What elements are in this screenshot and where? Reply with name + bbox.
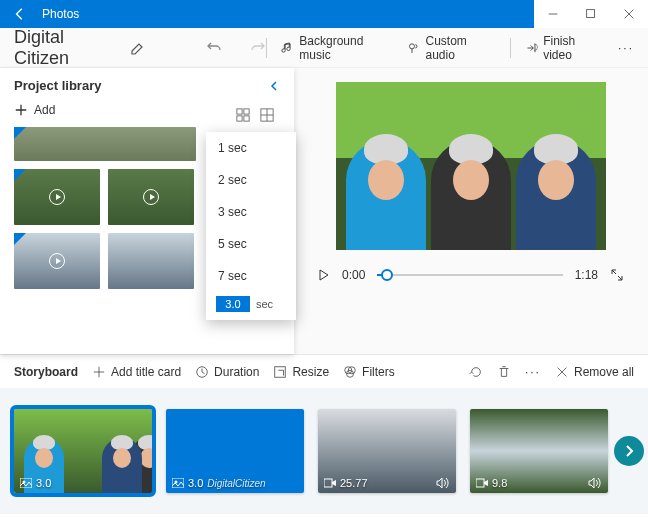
remove-all-button[interactable]: Remove all	[555, 365, 634, 379]
library-item[interactable]	[108, 169, 194, 225]
finish-video-button[interactable]: Finish video	[525, 34, 604, 62]
rename-button[interactable]	[130, 40, 146, 56]
duration-option[interactable]: 1 sec	[206, 132, 296, 164]
maximize-button[interactable]	[572, 0, 610, 28]
collapse-library-button[interactable]	[268, 80, 280, 92]
photo-icon	[20, 478, 32, 488]
clip-duration: 3.0	[188, 477, 203, 489]
duration-unit: sec	[256, 298, 273, 310]
app-title: Photos	[42, 7, 79, 21]
storyboard-toolbar: Storyboard Add title card Duration Resiz…	[0, 354, 648, 388]
current-time: 0:00	[342, 268, 365, 282]
back-button[interactable]	[0, 0, 40, 28]
storyboard-label: Storyboard	[14, 365, 78, 379]
svg-rect-3	[244, 109, 249, 114]
video-canvas[interactable]	[336, 82, 606, 250]
fullscreen-button[interactable]	[610, 268, 624, 282]
video-icon	[324, 478, 336, 488]
clip-duration: 9.8	[492, 477, 507, 489]
duration-custom-input[interactable]	[216, 296, 250, 312]
svg-rect-4	[237, 116, 242, 121]
svg-rect-16	[324, 479, 332, 487]
scroll-right-button[interactable]	[614, 436, 644, 466]
filters-button[interactable]: Filters	[343, 365, 395, 379]
duration-option[interactable]: 7 sec	[206, 260, 296, 292]
storyboard: 3.0 3.0 DigitalCitizen 25.77 9.8	[0, 388, 648, 514]
svg-rect-5	[244, 116, 249, 121]
total-time: 1:18	[575, 268, 598, 282]
body: Project library Add	[0, 68, 648, 354]
add-title-card-button[interactable]: Add title card	[92, 365, 181, 379]
duration-option[interactable]: 2 sec	[206, 164, 296, 196]
svg-rect-2	[237, 109, 242, 114]
library-item[interactable]	[108, 233, 194, 289]
delete-clip-button[interactable]	[497, 365, 511, 379]
clip-duration: 3.0	[36, 477, 51, 489]
project-title: Digital Citizen	[14, 27, 120, 69]
duration-option[interactable]: 5 sec	[206, 228, 296, 260]
custom-audio-button[interactable]: Custom audio	[407, 34, 496, 62]
rotate-button[interactable]	[469, 365, 483, 379]
duration-menu: 1 sec 2 sec 3 sec 5 sec 7 sec sec	[206, 132, 296, 320]
video-preview: 0:00 1:18	[294, 68, 648, 354]
library-item[interactable]	[14, 127, 196, 161]
svg-rect-0	[587, 10, 595, 18]
clip-duration: 25.77	[340, 477, 368, 489]
seek-bar[interactable]	[377, 274, 562, 276]
duration-option[interactable]: 3 sec	[206, 196, 296, 228]
titlebar: Photos	[0, 0, 648, 28]
svg-rect-17	[476, 479, 484, 487]
thumbnail-large-button[interactable]	[260, 108, 274, 122]
storyboard-clip[interactable]: 9.8	[470, 409, 608, 493]
library-item[interactable]	[14, 169, 100, 225]
storyboard-clip[interactable]: 3.0	[14, 409, 152, 493]
redo-button[interactable]	[250, 40, 266, 56]
photo-icon	[172, 478, 184, 488]
toolbar: Digital Citizen Background music Custom …	[0, 28, 648, 68]
library-item[interactable]	[14, 233, 100, 289]
more-clip-button[interactable]: ···	[525, 365, 541, 379]
background-music-button[interactable]: Background music	[281, 34, 393, 62]
more-button[interactable]: ···	[618, 41, 634, 55]
library-heading: Project library	[14, 78, 101, 93]
storyboard-clip[interactable]: 3.0 DigitalCitizen	[166, 409, 304, 493]
clip-caption: DigitalCitizen	[207, 478, 265, 489]
speaker-icon	[436, 477, 450, 489]
minimize-button[interactable]	[534, 0, 572, 28]
duration-button[interactable]: Duration	[195, 365, 259, 379]
speaker-icon	[588, 477, 602, 489]
play-button[interactable]	[318, 269, 330, 281]
storyboard-clip[interactable]: 25.77	[318, 409, 456, 493]
undo-button[interactable]	[206, 40, 222, 56]
svg-point-1	[410, 43, 415, 48]
resize-button[interactable]: Resize	[273, 365, 329, 379]
thumbnail-small-button[interactable]	[236, 108, 250, 122]
video-icon	[476, 478, 488, 488]
close-button[interactable]	[610, 0, 648, 28]
